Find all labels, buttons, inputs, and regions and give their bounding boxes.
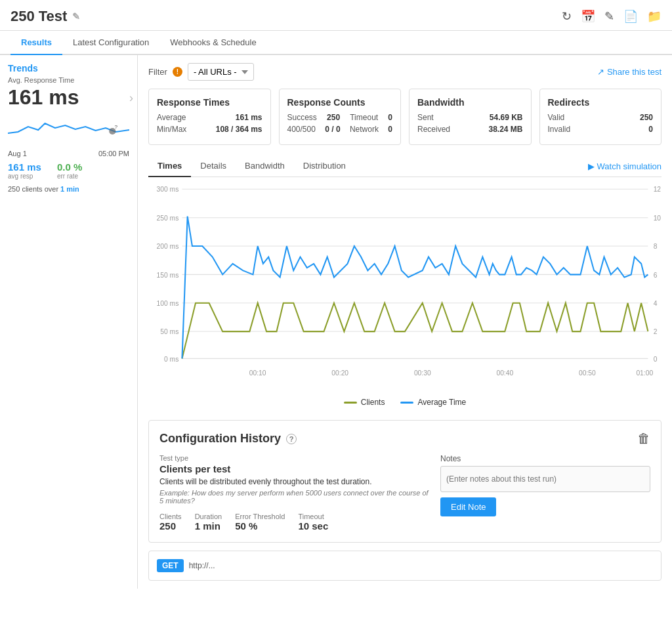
chart-tab-details[interactable]: Details: [191, 156, 236, 177]
config-type-val: Clients per test: [159, 463, 430, 474]
filter-row: Filter ! - All URLs - ↗ Share this test: [148, 63, 662, 81]
sidebar-date-row: Aug 1 05:00 PM: [8, 150, 129, 157]
filter-left: Filter ! - All URLs -: [148, 63, 254, 81]
chart-tab-distribution[interactable]: Distribution: [294, 156, 355, 177]
sidebar-sparkline: ?: [8, 114, 129, 140]
page-title: 250 Test ✎: [10, 8, 80, 25]
config-header: Configuration History ? 🗑: [159, 431, 650, 446]
config-help-icon[interactable]: ?: [286, 434, 297, 444]
stat-card-row: Received 38.24 MB: [417, 125, 523, 134]
svg-text:10: 10: [654, 215, 662, 222]
top-tabs: Results Latest Configuration Webhooks & …: [0, 31, 672, 55]
trends-label: Trends: [8, 63, 129, 73]
get-badge: GET: [157, 559, 184, 572]
param-error-threshold: Error Threshold 50 %: [235, 513, 285, 532]
watch-simulation-link[interactable]: ▶ Watch simulation: [588, 161, 662, 171]
svg-text:?: ?: [114, 124, 117, 130]
chart-wrapper: 300 ms 250 ms 200 ms 150 ms 100 ms 50 ms…: [148, 182, 662, 392]
tab-results[interactable]: Results: [10, 31, 62, 55]
sidebar-stats: 161 ms avg resp 0.0 % err rate: [8, 161, 129, 180]
edit-title-icon[interactable]: ✎: [72, 11, 80, 22]
svg-text:150 ms: 150 ms: [157, 272, 179, 279]
header-toolbar: ↻ 📅 ✎ 📄 📁: [562, 9, 662, 24]
chart-tab-bandwidth[interactable]: Bandwidth: [236, 156, 294, 177]
avg-resp-label: avg resp: [8, 173, 41, 180]
svg-text:0: 0: [654, 356, 658, 363]
stat-card-row: Success 250 Timeout 0: [287, 113, 393, 122]
share-link[interactable]: ↗ Share this test: [597, 67, 662, 77]
config-type-label: Test type: [159, 454, 430, 462]
stat-card-row: Sent 54.69 KB: [417, 113, 523, 122]
err-rate-value: 0.0 %: [57, 161, 82, 173]
config-params: Clients 250 Duration 1 min Error Thresho…: [159, 513, 430, 532]
page-header: 250 Test ✎ ↻ 📅 ✎ 📄 📁: [0, 0, 672, 31]
config-body: Test type Clients per test Clients will …: [159, 454, 650, 532]
svg-text:6: 6: [654, 272, 658, 279]
svg-text:00:30: 00:30: [414, 369, 431, 377]
svg-text:8: 8: [654, 243, 658, 250]
stat-card-title: Response Times: [157, 97, 262, 108]
legend-clients: Clients: [344, 398, 385, 407]
refresh-icon[interactable]: ↻: [562, 9, 572, 24]
chart-legend: Clients Average Time: [148, 398, 662, 407]
svg-text:200 ms: 200 ms: [157, 243, 179, 250]
get-url: http://...: [189, 561, 215, 570]
content-area: Filter ! - All URLs - ↗ Share this test …: [138, 55, 672, 589]
svg-text:250 ms: 250 ms: [157, 215, 179, 222]
svg-text:50 ms: 50 ms: [160, 328, 178, 335]
legend-clients-label: Clients: [361, 398, 385, 407]
config-right: Notes Edit Note: [440, 454, 650, 532]
filter-info-icon: !: [173, 67, 182, 77]
stat-card-row: Invalid 0: [548, 125, 654, 134]
stat-card-bandwidth: Bandwidth Sent 54.69 KB Received 38.24 M…: [409, 89, 532, 145]
delete-icon[interactable]: 🗑: [637, 431, 650, 446]
edit-icon[interactable]: ✎: [604, 9, 614, 24]
notes-label: Notes: [440, 454, 650, 463]
svg-text:4: 4: [654, 300, 658, 307]
err-rate-label: err rate: [57, 173, 82, 180]
config-section: Configuration History ? 🗑 Test type Clie…: [148, 420, 662, 543]
legend-clients-color: [344, 402, 357, 404]
config-desc: Clients will be distributed evenly throu…: [159, 477, 430, 486]
param-clients: Clients 250: [159, 513, 182, 532]
get-strip: GET http://...: [148, 551, 662, 581]
tab-latest-config[interactable]: Latest Configuration: [62, 31, 159, 55]
config-title: Configuration History ?: [159, 432, 297, 446]
copy-icon[interactable]: 📄: [623, 9, 638, 24]
avg-resp-value: 161 ms: [8, 161, 41, 173]
stat-card-title: Bandwidth: [417, 97, 523, 108]
sidebar-date: Aug 1: [8, 150, 27, 157]
svg-text:0 ms: 0 ms: [164, 356, 178, 363]
notes-input[interactable]: [440, 466, 650, 492]
sidebar-clients: 250 clients over 1 min: [8, 185, 129, 193]
edit-note-button[interactable]: Edit Note: [440, 497, 496, 516]
chart-tabs: Times Details Bandwidth Distribution ▶ W…: [148, 156, 662, 177]
stat-card-response-times: Response Times Average 161 ms Min/Max 10…: [148, 89, 271, 145]
svg-text:00:10: 00:10: [249, 369, 266, 377]
svg-text:00:50: 00:50: [579, 369, 596, 377]
stat-card-redirects: Redirects Valid 250 Invalid 0: [539, 89, 662, 145]
chart-tab-times[interactable]: Times: [148, 156, 191, 177]
filter-select[interactable]: - All URLs -: [188, 63, 254, 81]
svg-text:100 ms: 100 ms: [157, 300, 179, 307]
stat-card-response-counts: Response Counts Success 250 Timeout 0 40…: [279, 89, 402, 145]
tab-webhooks[interactable]: Webhooks & Schedule: [159, 31, 266, 55]
svg-text:12: 12: [654, 186, 662, 193]
chart-svg: 300 ms 250 ms 200 ms 150 ms 100 ms 50 ms…: [148, 182, 662, 392]
legend-avg-time: Average Time: [400, 398, 466, 407]
folder-icon[interactable]: 📁: [647, 9, 662, 24]
sidebar: Trends Avg. Response Time 161 ms ? › Aug…: [0, 55, 138, 589]
stat-card-row: 400/500 0 / 0 Network 0: [287, 125, 393, 134]
sidebar-avg-label: Avg. Response Time: [8, 76, 129, 84]
config-example: Example: How does my server perform when…: [159, 489, 430, 505]
svg-text:01:00: 01:00: [636, 369, 653, 377]
param-duration: Duration 1 min: [195, 513, 222, 532]
stat-card-title: Response Counts: [287, 97, 393, 108]
stat-card-row: Min/Max 108 / 364 ms: [157, 125, 262, 134]
svg-text:00:20: 00:20: [331, 369, 348, 377]
sidebar-time: 05:00 PM: [98, 150, 129, 157]
calendar-icon[interactable]: 📅: [581, 9, 595, 24]
sidebar-clients-highlight: 1 min: [60, 185, 79, 193]
sidebar-nav-arrow[interactable]: ›: [129, 91, 133, 105]
share-icon: ↗: [597, 67, 604, 77]
